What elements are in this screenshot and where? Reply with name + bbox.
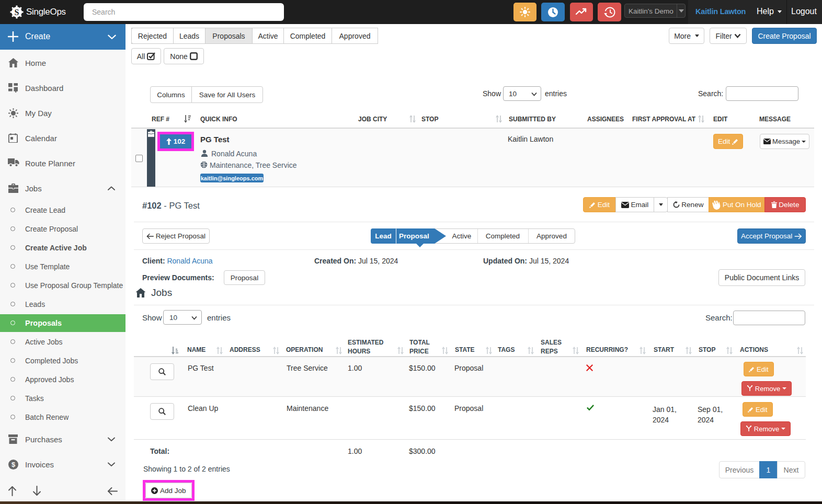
svg-text:$: $ [12,461,16,468]
svg-text:Proposal: Proposal [399,232,429,240]
svg-text:S: S [15,8,19,17]
